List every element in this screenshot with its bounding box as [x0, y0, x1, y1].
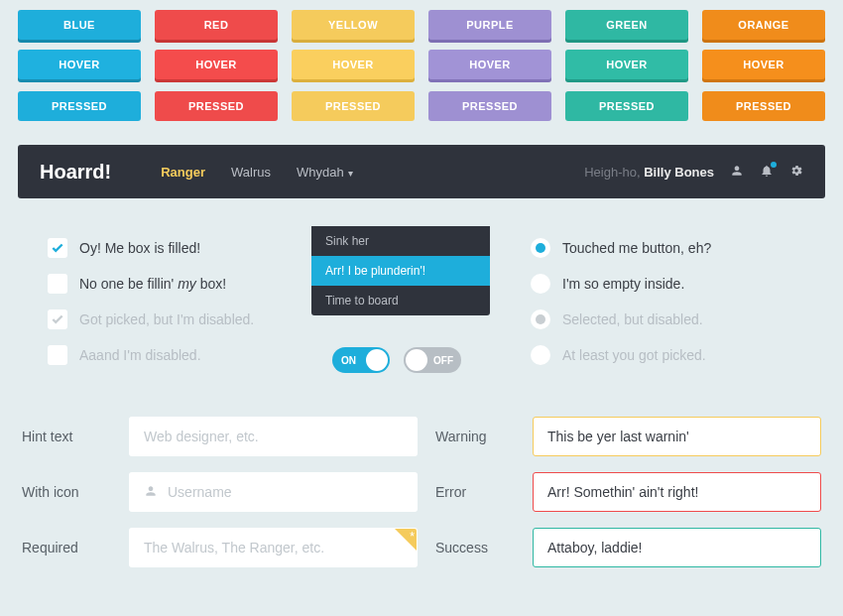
checkbox-label: Got picked, but I'm disabled.: [79, 311, 254, 327]
checkbox-label: Oy! Me box is filled!: [79, 240, 200, 256]
button-orange[interactable]: ORANGE: [702, 10, 825, 40]
button-green-hover[interactable]: HOVER: [565, 50, 688, 79]
bell-icon[interactable]: [760, 164, 774, 181]
input-value: Attaboy, laddie!: [547, 540, 642, 555]
radio-row: I'm so empty inside.: [531, 274, 795, 294]
checkbox-column: Oy! Me box is filled! No one be fillin' …: [48, 238, 312, 381]
checkbox-row: Oy! Me box is filled!: [48, 238, 312, 258]
input-value: Arr! Somethin' ain't right!: [547, 484, 698, 500]
button-orange-hover[interactable]: HOVER: [702, 50, 825, 79]
button-purple[interactable]: PURPLE: [428, 10, 551, 40]
radio-unselected[interactable]: [531, 274, 550, 294]
brand-logo[interactable]: Hoarrd!: [40, 161, 111, 184]
nav-right: Heigh-ho, Billy Bones: [584, 164, 803, 181]
radio-column: Touched me button, eh? I'm so empty insi…: [531, 238, 795, 381]
dropdown-menu: Sink her Arr! I be plunderin'! Time to b…: [311, 226, 490, 315]
input-value: This be yer last warnin': [547, 429, 689, 444]
radio-label: Selected, but disabled.: [562, 311, 703, 327]
checkbox-checked-disabled: [48, 309, 67, 329]
button-purple-pressed[interactable]: PRESSED: [428, 91, 551, 121]
dropdown-item-selected[interactable]: Arr! I be plunderin'!: [311, 256, 490, 286]
nav-link-whydah-label: Whydah: [297, 165, 344, 180]
radio-row-disabled: At least you got picked.: [531, 345, 795, 365]
field-label-icon: With icon: [22, 484, 111, 500]
input-hint[interactable]: Web designer, etc.: [129, 417, 418, 456]
radio-selected-disabled: [531, 309, 550, 329]
input-with-icon[interactable]: Username: [129, 472, 418, 512]
checkbox-row-disabled: Aaand I'm disabled.: [48, 345, 312, 365]
radio-unselected-disabled: [531, 345, 550, 365]
input-placeholder: Web designer, etc.: [144, 429, 259, 444]
button-green[interactable]: GREEN: [565, 10, 688, 40]
radio-label: Touched me button, eh?: [562, 240, 711, 256]
checkbox-label: No one be fillin' my box!: [79, 276, 226, 292]
input-error[interactable]: Arr! Somethin' ain't right!: [533, 472, 821, 512]
radio-label: I'm so empty inside.: [562, 276, 684, 292]
greeting: Heigh-ho, Billy Bones: [584, 165, 714, 180]
dropdown-item[interactable]: Sink her: [311, 226, 490, 256]
button-blue-hover[interactable]: HOVER: [18, 50, 141, 79]
checkbox-checked[interactable]: [48, 238, 67, 258]
field-label-error: Error: [435, 484, 515, 500]
required-star-icon: [395, 529, 417, 551]
nav-links: Ranger Walrus Whydah ▾: [161, 165, 353, 180]
navbar: Hoarrd! Ranger Walrus Whydah ▾ Heigh-ho,…: [18, 145, 825, 198]
checkbox-unchecked[interactable]: [48, 274, 67, 294]
toggle-off-label: OFF: [433, 355, 453, 366]
radio-label: At least you got picked.: [562, 347, 706, 363]
button-red-hover[interactable]: HOVER: [155, 50, 278, 79]
checkbox-row: No one be fillin' my box!: [48, 274, 312, 294]
input-placeholder: The Walrus, The Ranger, etc.: [144, 540, 324, 555]
toggle-knob: [406, 349, 427, 371]
input-required[interactable]: The Walrus, The Ranger, etc.: [129, 528, 418, 567]
field-label-required: Required: [22, 540, 111, 555]
button-green-pressed[interactable]: PRESSED: [565, 91, 688, 121]
radio-row-disabled: Selected, but disabled.: [531, 309, 795, 329]
dropdown-item[interactable]: Time to board: [311, 286, 490, 315]
greeting-prefix: Heigh-ho,: [584, 165, 644, 180]
button-yellow-hover[interactable]: HOVER: [292, 50, 415, 79]
button-orange-pressed[interactable]: PRESSED: [702, 91, 825, 121]
greeting-name: Billy Bones: [644, 165, 714, 180]
field-label-success: Success: [435, 540, 515, 555]
radio-row: Touched me button, eh?: [531, 238, 795, 258]
checkbox-unchecked-disabled: [48, 345, 67, 365]
button-grid: BLUE RED YELLOW PURPLE GREEN ORANGE HOVE…: [18, 10, 825, 119]
input-placeholder: Username: [168, 484, 232, 500]
button-purple-hover[interactable]: HOVER: [428, 50, 551, 79]
user-icon: [144, 484, 158, 501]
field-label-warning: Warning: [435, 429, 515, 444]
button-yellow-pressed[interactable]: PRESSED: [292, 91, 415, 121]
toggle-knob: [366, 349, 388, 371]
toggle-on[interactable]: ON: [332, 347, 390, 373]
nav-link-whydah[interactable]: Whydah ▾: [297, 165, 353, 180]
notification-dot: [771, 162, 777, 168]
button-red-pressed[interactable]: PRESSED: [155, 91, 278, 121]
checkbox-row-disabled: Got picked, but I'm disabled.: [48, 309, 312, 329]
nav-link-walrus[interactable]: Walrus: [231, 165, 271, 180]
button-blue-pressed[interactable]: PRESSED: [18, 91, 141, 121]
input-success[interactable]: Attaboy, laddie!: [533, 528, 821, 567]
user-icon[interactable]: [730, 164, 744, 181]
toggle-off[interactable]: OFF: [404, 347, 461, 373]
button-yellow[interactable]: YELLOW: [292, 10, 415, 40]
nav-link-ranger[interactable]: Ranger: [161, 165, 205, 180]
checkbox-label: Aaand I'm disabled.: [79, 347, 201, 363]
radio-selected[interactable]: [531, 238, 550, 258]
button-red[interactable]: RED: [155, 10, 278, 40]
button-blue[interactable]: BLUE: [18, 10, 141, 40]
toggle-on-label: ON: [341, 355, 356, 366]
chevron-down-icon: ▾: [346, 168, 354, 179]
input-warning[interactable]: This be yer last warnin': [533, 417, 821, 456]
input-fields: Hint text Web designer, etc. Warning Thi…: [18, 417, 825, 567]
toggle-group: ON OFF: [332, 347, 511, 373]
gear-icon[interactable]: [789, 164, 803, 181]
field-label-hint: Hint text: [22, 429, 111, 444]
